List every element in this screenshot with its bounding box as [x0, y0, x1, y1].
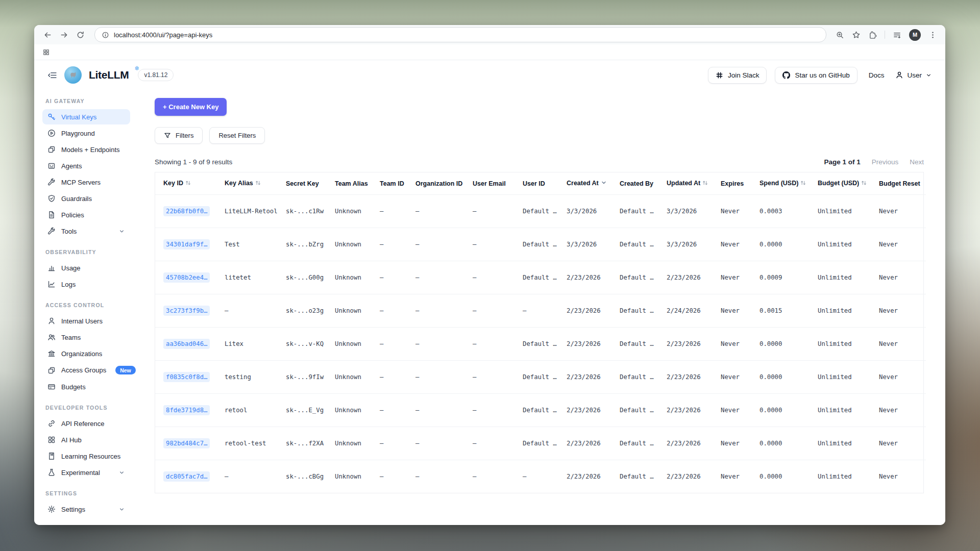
apps-grid-icon[interactable]: [42, 48, 50, 56]
sidebar-item-organizations[interactable]: Organizations: [42, 346, 130, 361]
cell-user-id: –: [519, 294, 562, 328]
user-menu[interactable]: User: [895, 71, 932, 79]
cell-user-id: Default …: [519, 261, 562, 294]
sidebar-item-internal-users[interactable]: Internal Users: [42, 313, 130, 329]
sidebar-item-settings[interactable]: Settings: [42, 502, 130, 517]
star-github-button[interactable]: Star us on GitHub: [775, 67, 857, 84]
column-header-expires[interactable]: Expires: [717, 172, 755, 195]
sidebar-item-agents[interactable]: Agents: [42, 158, 130, 173]
browser-profile-avatar[interactable]: M: [909, 29, 921, 41]
cell-user-id: Default …: [519, 228, 562, 261]
column-label: Budget (USD): [818, 180, 859, 187]
cell-budget-usd: Unlimited: [814, 328, 875, 361]
flask-icon: [47, 468, 56, 477]
join-slack-button[interactable]: Join Slack: [708, 67, 767, 84]
browser-menu-icon[interactable]: [928, 31, 937, 39]
column-header-spend-usd[interactable]: Spend (USD): [755, 172, 814, 195]
sidebar-item-policies[interactable]: Policies: [42, 207, 130, 222]
cell-user-id: Default …: [519, 427, 562, 460]
brand-title: LiteLLM: [89, 69, 129, 81]
sidebar-item-usage[interactable]: Usage: [42, 260, 130, 276]
back-icon[interactable]: [40, 28, 55, 42]
forward-icon[interactable]: [57, 28, 71, 42]
key-id-link[interactable]: dc805fac7d…: [163, 471, 210, 482]
docs-link[interactable]: Docs: [869, 71, 885, 79]
previous-button[interactable]: Previous: [872, 158, 899, 166]
reset-filters-button[interactable]: Reset Filters: [209, 127, 265, 144]
cell-budget-usd: Unlimited: [814, 361, 875, 394]
address-bar[interactable]: localhost:4000/ui/?page=api-keys: [94, 27, 826, 42]
table-row: 3c273f3f9b…–sk-...o23gUnknown––––2/23/20…: [155, 294, 926, 328]
column-header-updated-at[interactable]: Updated At: [663, 172, 717, 195]
cell-created-at: 2/23/2026: [562, 261, 616, 294]
key-id-link[interactable]: 34301daf9f…: [163, 239, 210, 249]
key-id-link[interactable]: f0835c0f8d…: [163, 372, 210, 382]
extensions-icon[interactable]: [868, 31, 877, 39]
next-button[interactable]: Next: [910, 158, 924, 166]
key-id-link[interactable]: aa36bad046…: [163, 339, 210, 349]
sidebar-item-tools[interactable]: Tools: [42, 223, 130, 239]
column-header-key-id[interactable]: Key ID: [155, 172, 220, 195]
column-header-created-at[interactable]: Created At: [562, 172, 616, 195]
column-label: Team ID: [380, 180, 404, 187]
sidebar-item-teams[interactable]: Teams: [42, 330, 130, 345]
column-header-budget-reset[interactable]: Budget Reset: [875, 172, 926, 195]
cell-organization-id: –: [411, 261, 469, 294]
cell-secret-key: sk-...E_Vg: [282, 394, 331, 427]
reload-icon[interactable]: [73, 28, 87, 42]
sidebar-item-label: Experimental: [61, 469, 100, 477]
sidebar-item-virtual-keys[interactable]: Virtual Keys: [42, 109, 130, 124]
pagination: Page 1 of 1 Previous Next: [824, 158, 924, 166]
key-id-link[interactable]: 3c273f3f9b…: [163, 306, 210, 316]
sidebar-item-mcp-servers[interactable]: MCP Servers: [42, 174, 130, 190]
column-header-user-email[interactable]: User Email: [469, 172, 519, 195]
zoom-icon[interactable]: [836, 31, 844, 39]
sidebar-item-playground[interactable]: Playground: [42, 126, 130, 141]
sidebar-section-label: OBSERVABILITY: [45, 249, 127, 255]
key-id-link[interactable]: 45708b2ee4…: [163, 272, 210, 283]
cell-team-id: –: [376, 460, 411, 493]
sidebar-item-budgets[interactable]: Budgets: [42, 379, 130, 394]
sidebar-toggle-icon[interactable]: [47, 70, 57, 80]
column-header-team-id[interactable]: Team ID: [376, 172, 411, 195]
column-header-key-alias[interactable]: Key Alias: [220, 172, 282, 195]
cell-expires: Never: [717, 328, 755, 361]
cell-spend-usd: 0.0000: [755, 460, 814, 493]
reading-list-icon[interactable]: [893, 31, 901, 39]
sidebar-item-api-reference[interactable]: API Reference: [42, 416, 130, 431]
cell-updated-at: 3/3/2026: [663, 228, 717, 261]
column-header-created-by[interactable]: Created By: [616, 172, 663, 195]
filters-button[interactable]: Filters: [155, 127, 203, 144]
cell-budget-reset: Never: [875, 361, 926, 394]
table-row: 982bd484c7…retool-testsk-...f2XAUnknown–…: [155, 427, 926, 460]
site-info-icon[interactable]: [102, 31, 109, 39]
key-id-link[interactable]: 8fde3719d8…: [163, 405, 210, 415]
column-header-secret-key[interactable]: Secret Key: [282, 172, 331, 195]
sidebar-item-logs[interactable]: Logs: [42, 277, 130, 292]
sidebar-item-access-groups[interactable]: Access GroupsNew: [42, 362, 130, 378]
column-header-budget-usd[interactable]: Budget (USD): [814, 172, 875, 195]
column-label: User Email: [473, 180, 506, 187]
sidebar-section-label: SETTINGS: [45, 490, 127, 496]
url-text[interactable]: localhost:4000/ui/?page=api-keys: [114, 31, 212, 39]
key-id-link[interactable]: 982bd484c7…: [163, 438, 210, 448]
sidebar-item-learning-resources[interactable]: Learning Resources: [42, 448, 130, 464]
sidebar-item-guardrails[interactable]: Guardrails: [42, 191, 130, 206]
shield-icon: [47, 194, 56, 203]
cell-created-by: Default …: [616, 195, 663, 228]
sort-chevron-down-icon: [601, 180, 607, 187]
key-id-link[interactable]: 22b68fb0f0…: [163, 206, 210, 216]
column-header-organization-id[interactable]: Organization ID: [411, 172, 469, 195]
cell-secret-key: sk-...f2XA: [282, 427, 331, 460]
bookmark-star-icon[interactable]: [852, 31, 861, 39]
sidebar-item-label: Budgets: [61, 383, 86, 391]
column-header-team-alias[interactable]: Team Alias: [331, 172, 376, 195]
column-header-user-id[interactable]: User ID: [519, 172, 562, 195]
sidebar-item-models-endpoints[interactable]: Models + Endpoints: [42, 142, 130, 157]
sidebar-item-ai-hub[interactable]: AI Hub: [42, 432, 130, 447]
create-new-key-button[interactable]: + Create New Key: [155, 98, 227, 116]
cell-secret-key: sk-...o23g: [282, 294, 331, 328]
user-icon: [47, 317, 56, 325]
sidebar-item-experimental[interactable]: Experimental: [42, 465, 130, 480]
cell-organization-id: –: [411, 294, 469, 328]
